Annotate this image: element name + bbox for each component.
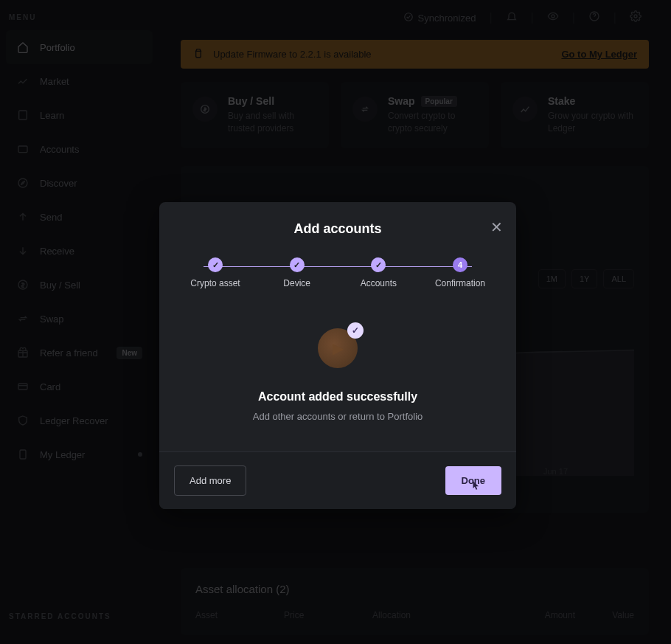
modal-header: Add accounts ✕ (159, 202, 516, 250)
step-accounts: ✓ Accounts (349, 257, 408, 288)
cursor-pointer-icon (470, 479, 481, 494)
success-title: Account added successfully (174, 390, 501, 404)
add-accounts-modal: Add accounts ✕ ✓ Crypto asset ✓ Device ✓… (159, 202, 516, 509)
play-arrow-icon: ▶ (333, 339, 344, 357)
step-device: ✓ Device (268, 257, 327, 288)
check-icon: ✓ (371, 257, 386, 272)
close-icon: ✕ (490, 219, 503, 235)
success-graphic: ▶ ✓ (318, 328, 358, 368)
check-badge-icon: ✓ (347, 322, 364, 339)
modal-footer: Add more Done (159, 451, 516, 509)
step-crypto-asset: ✓ Crypto asset (186, 257, 245, 288)
add-more-button[interactable]: Add more (174, 465, 246, 496)
done-button[interactable]: Done (445, 466, 502, 495)
stepper: ✓ Crypto asset ✓ Device ✓ Accounts 4 Con… (159, 250, 516, 288)
check-icon: ✓ (208, 257, 223, 272)
step-label: Confirmation (435, 278, 485, 288)
check-icon: ✓ (290, 257, 305, 272)
step-label: Accounts (361, 278, 397, 288)
step-label: Crypto asset (190, 278, 240, 288)
modal-body: ▶ ✓ Account added successfully Add other… (159, 288, 516, 451)
step-confirmation: 4 Confirmation (431, 257, 490, 288)
step-label: Device (283, 278, 310, 288)
success-subtitle: Add other accounts or return to Portfoli… (174, 411, 501, 422)
close-button[interactable]: ✕ (490, 218, 503, 236)
step-number: 4 (453, 257, 467, 272)
modal-title: Add accounts (174, 221, 501, 237)
